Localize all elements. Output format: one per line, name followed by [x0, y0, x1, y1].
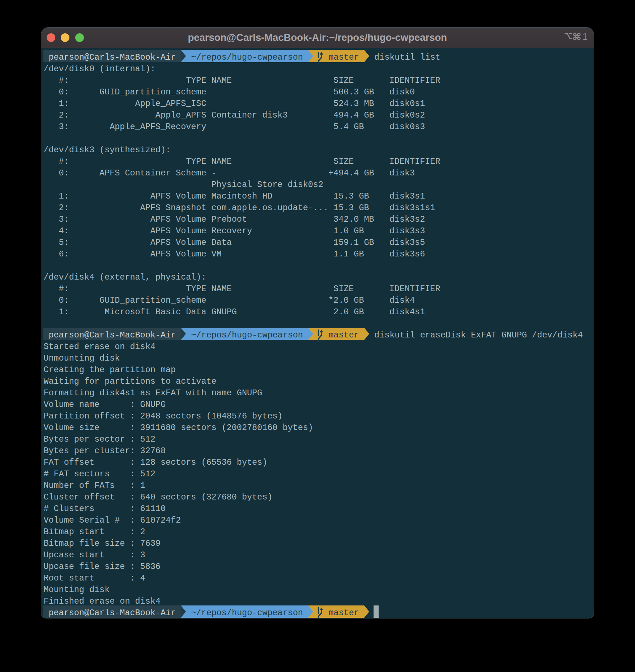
svg-text:1: 1: [583, 33, 588, 41]
